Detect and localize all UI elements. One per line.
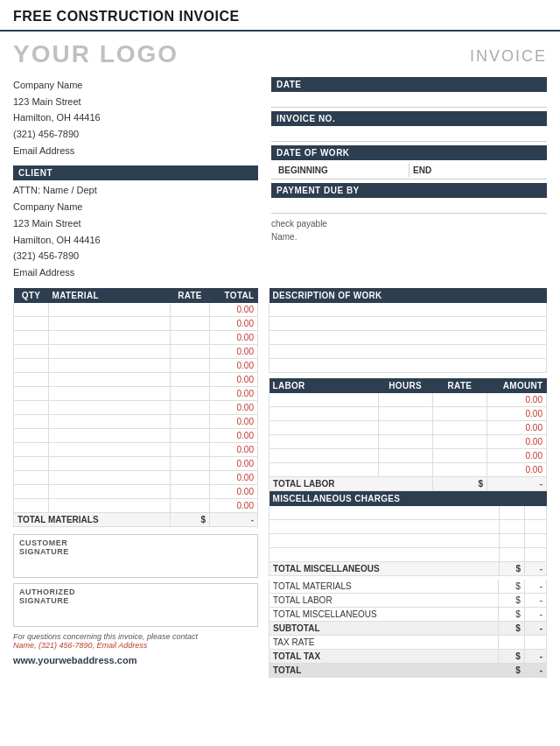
summary-row: TOTAL MISCELLANEOUS $ - — [270, 607, 547, 621]
table-row: 0.00 — [270, 434, 547, 448]
invoice-label: INVOICE — [470, 47, 547, 66]
customer-sig-label: CUSTOMER SIGNATURE — [19, 538, 252, 556]
table-row: 0.00 — [270, 393, 547, 407]
table-row: 0.00 — [14, 344, 258, 358]
date-of-work-label: DATE OF WORK — [271, 145, 547, 160]
table-row: 0.00 — [14, 358, 258, 372]
table-row: 0.00 — [270, 462, 547, 476]
table-row — [270, 358, 547, 372]
table-row — [270, 547, 547, 561]
beginning-label: BEGINNING — [275, 164, 409, 177]
table-row: 0.00 — [14, 330, 258, 344]
client-company: Company Name — [13, 199, 258, 215]
sender-address1: 123 Main Street — [13, 94, 258, 110]
sender-company: Company Name — [13, 77, 258, 94]
misc-total-value: - — [525, 561, 547, 575]
client-city-state: Hamilton, OH 44416 — [13, 232, 258, 249]
labor-table: LABOR HOURS RATE AMOUNT 0.00 0.00 0.00 0… — [269, 378, 547, 491]
invoice-no-value — [271, 128, 547, 142]
date-of-work-block: DATE OF WORK BEGINNING END — [271, 145, 547, 179]
table-row: 0.00 — [14, 372, 258, 386]
page-header: FREE CONSTRUCTION INVOICE — [0, 0, 560, 32]
payment-note: check payable Name. — [271, 217, 547, 243]
table-row: 0.00 — [14, 484, 258, 498]
client-phone: (321) 456-7890 — [13, 248, 258, 264]
invoice-no-block: INVOICE NO. — [271, 111, 547, 142]
sender-info: Company Name 123 Main Street Hamilton, O… — [13, 77, 258, 158]
table-row: 0.00 — [14, 428, 258, 442]
invoice-no-label: INVOICE NO. — [271, 111, 547, 126]
table-row: 0.00 — [14, 442, 258, 456]
client-attn: ATTN: Name / Dept — [13, 182, 258, 199]
customer-sig-box: CUSTOMER SIGNATURE — [13, 534, 258, 578]
footer-note-text: For questions concerning this invoice, p… — [13, 632, 258, 641]
date-block: DATE — [271, 77, 547, 108]
payment-due-label: PAYMENT DUE BY — [271, 183, 547, 198]
materials-total-row: TOTAL MATERIALS $ - — [14, 512, 258, 526]
summary-row: SUBTOTAL $ - — [270, 621, 547, 635]
sender-email: Email Address — [13, 143, 258, 159]
table-row: 0.00 — [270, 406, 547, 420]
customer-label: CUSTOMER — [19, 538, 252, 547]
misc-total-label: TOTAL MISCELLANEOUS — [270, 561, 500, 575]
summary-table: TOTAL MATERIALS $ - TOTAL LABOR $ - TOTA… — [269, 580, 547, 678]
mat-col-rate: RATE — [171, 288, 210, 303]
date-of-work-value: BEGINNING END — [271, 162, 547, 179]
labor-total-label: TOTAL LABOR — [270, 476, 433, 490]
labor-col-amount: AMOUNT — [487, 378, 547, 393]
table-row — [270, 344, 547, 358]
client-email: Email Address — [13, 264, 258, 281]
labor-col-rate: RATE — [432, 378, 486, 393]
summary-row: TOTAL LABOR $ - — [270, 593, 547, 607]
misc-table: MISCELLANEOUS CHARGES TOTAL MISCELLANEOU… — [269, 491, 547, 576]
misc-total-dollar: $ — [499, 561, 524, 575]
table-row: 0.00 — [14, 316, 258, 330]
payment-note1: check payable — [271, 217, 547, 230]
sender-phone: (321) 456-7890 — [13, 126, 258, 143]
date-value — [271, 94, 547, 108]
mat-col-material: MATERIAL — [49, 288, 171, 303]
materials-total-label: TOTAL MATERIALS — [14, 512, 171, 526]
table-row — [270, 316, 547, 330]
labor-total-row: TOTAL LABOR $ - — [270, 476, 547, 490]
description-table: DESCRIPTION OF WORK — [269, 288, 547, 373]
client-info: ATTN: Name / Dept Company Name 123 Main … — [13, 182, 258, 280]
labor-total-value: - — [487, 476, 547, 490]
authorized-sig-box: AUTHORIZED SIGNATURE — [13, 583, 258, 627]
summary-row: TOTAL $ - — [270, 663, 547, 677]
client-address1: 123 Main Street — [13, 215, 258, 232]
materials-table: QTY MATERIAL RATE TOTAL 0.00 0.00 0.00 0… — [13, 288, 258, 527]
table-row: 0.00 — [14, 303, 258, 317]
mat-col-total: TOTAL — [210, 288, 258, 303]
customer-sub: SIGNATURE — [19, 547, 252, 556]
table-row — [270, 506, 547, 520]
date-label: DATE — [271, 77, 547, 92]
table-row — [270, 533, 547, 547]
sender-city-state: Hamilton, OH 44416 — [13, 109, 258, 126]
table-row: 0.00 — [14, 456, 258, 470]
summary-row: TOTAL MATERIALS $ - — [270, 580, 547, 594]
table-row — [270, 330, 547, 344]
footer-url: www.yourwebaddress.com — [13, 655, 258, 665]
table-row: 0.00 — [14, 386, 258, 400]
authorized-sub: SIGNATURE — [19, 596, 252, 605]
labor-col-labor: LABOR — [270, 378, 379, 393]
desc-header: DESCRIPTION OF WORK — [270, 288, 547, 303]
table-row: 0.00 — [14, 414, 258, 428]
authorized-label: AUTHORIZED — [19, 588, 252, 596]
table-row: 0.00 — [14, 470, 258, 484]
client-header: CLIENT — [13, 165, 258, 180]
materials-total-dollar: $ — [171, 512, 210, 526]
labor-total-dollar: $ — [432, 476, 486, 490]
misc-total-row: TOTAL MISCELLANEOUS $ - — [270, 561, 547, 575]
end-label: END — [410, 164, 543, 177]
table-row — [270, 519, 547, 533]
payment-note2: Name. — [271, 230, 547, 243]
table-row: 0.00 — [14, 498, 258, 512]
mat-col-qty: QTY — [14, 288, 49, 303]
footer-note: For questions concerning this invoice, p… — [13, 632, 258, 650]
footer-contact: Name, (321) 456-7890, Email Address — [13, 641, 258, 650]
summary-row: TAX RATE — [270, 635, 547, 649]
page-title: FREE CONSTRUCTION INVOICE — [13, 9, 547, 25]
summary-row: TOTAL TAX $ - — [270, 649, 547, 663]
